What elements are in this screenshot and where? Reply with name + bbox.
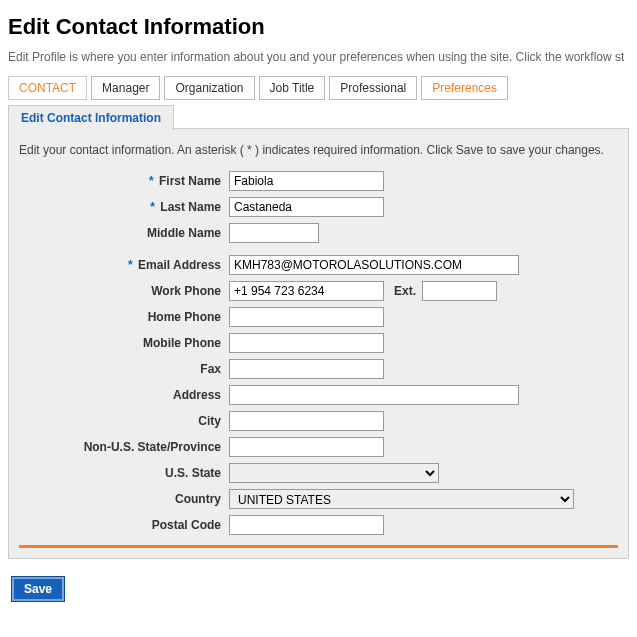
tab-contact[interactable]: CONTACT — [8, 76, 87, 100]
label-last-name: * Last Name — [19, 200, 229, 214]
home-phone-input[interactable] — [229, 307, 384, 327]
panel-description: Edit your contact information. An asteri… — [19, 143, 618, 157]
non-us-state-input[interactable] — [229, 437, 384, 457]
address-input[interactable] — [229, 385, 519, 405]
label-fax: Fax — [19, 362, 229, 376]
label-mobile-phone: Mobile Phone — [19, 336, 229, 350]
postal-code-input[interactable] — [229, 515, 384, 535]
last-name-input[interactable] — [229, 197, 384, 217]
required-mark-icon: * — [149, 174, 154, 188]
first-name-input[interactable] — [229, 171, 384, 191]
work-phone-input[interactable] — [229, 281, 384, 301]
label-ext: Ext. — [394, 284, 416, 298]
label-city: City — [19, 414, 229, 428]
contact-panel: Edit Contact Information Edit your conta… — [8, 128, 629, 559]
label-us-state: U.S. State — [19, 466, 229, 480]
label-country: Country — [19, 492, 229, 506]
tab-preferences[interactable]: Preferences — [421, 76, 508, 100]
mobile-phone-input[interactable] — [229, 333, 384, 353]
label-middle-name: Middle Name — [19, 226, 229, 240]
country-select[interactable]: UNITED STATES — [229, 489, 574, 509]
required-mark-icon: * — [150, 200, 155, 214]
label-non-us-state: Non-U.S. State/Province — [19, 440, 229, 454]
label-work-phone: Work Phone — [19, 284, 229, 298]
label-email: * Email Address — [19, 258, 229, 272]
us-state-select[interactable] — [229, 463, 439, 483]
label-address: Address — [19, 388, 229, 402]
fax-input[interactable] — [229, 359, 384, 379]
label-postal-code: Postal Code — [19, 518, 229, 532]
outer-tabs: CONTACT Manager Organization Job Title P… — [8, 76, 629, 100]
tab-organization[interactable]: Organization — [164, 76, 254, 100]
ext-input[interactable] — [422, 281, 497, 301]
panel-divider — [19, 545, 618, 548]
tab-manager[interactable]: Manager — [91, 76, 160, 100]
page-intro: Edit Profile is where you enter informat… — [8, 50, 629, 64]
middle-name-input[interactable] — [229, 223, 319, 243]
label-first-name: * First Name — [19, 174, 229, 188]
label-home-phone: Home Phone — [19, 310, 229, 324]
save-button[interactable]: Save — [12, 577, 64, 601]
inner-tab-edit-contact[interactable]: Edit Contact Information — [8, 105, 174, 131]
city-input[interactable] — [229, 411, 384, 431]
tab-job-title[interactable]: Job Title — [259, 76, 326, 100]
required-mark-icon: * — [128, 258, 133, 272]
page-title: Edit Contact Information — [8, 14, 629, 40]
email-input[interactable] — [229, 255, 519, 275]
tab-professional[interactable]: Professional — [329, 76, 417, 100]
